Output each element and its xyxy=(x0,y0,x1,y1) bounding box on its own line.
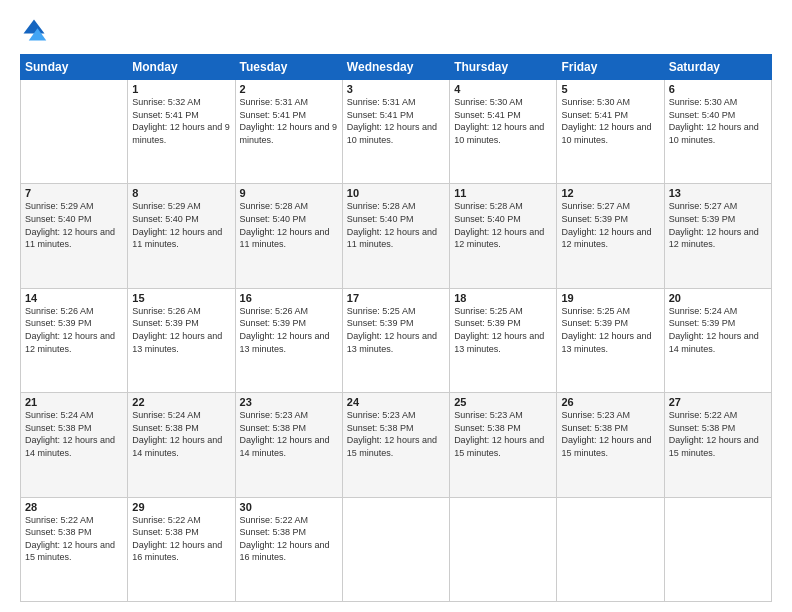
day-info: Sunrise: 5:22 AMSunset: 5:38 PMDaylight:… xyxy=(240,514,338,564)
day-info: Sunrise: 5:25 AMSunset: 5:39 PMDaylight:… xyxy=(561,305,659,355)
day-number: 4 xyxy=(454,83,552,95)
week-row-3: 14 Sunrise: 5:26 AMSunset: 5:39 PMDaylig… xyxy=(21,288,772,392)
column-header-friday: Friday xyxy=(557,55,664,80)
calendar-cell: 11 Sunrise: 5:28 AMSunset: 5:40 PMDaylig… xyxy=(450,184,557,288)
day-number: 5 xyxy=(561,83,659,95)
calendar-cell: 12 Sunrise: 5:27 AMSunset: 5:39 PMDaylig… xyxy=(557,184,664,288)
day-info: Sunrise: 5:26 AMSunset: 5:39 PMDaylight:… xyxy=(132,305,230,355)
day-number: 8 xyxy=(132,187,230,199)
calendar-cell: 6 Sunrise: 5:30 AMSunset: 5:40 PMDayligh… xyxy=(664,80,771,184)
day-info: Sunrise: 5:22 AMSunset: 5:38 PMDaylight:… xyxy=(132,514,230,564)
calendar-cell: 22 Sunrise: 5:24 AMSunset: 5:38 PMDaylig… xyxy=(128,393,235,497)
calendar-cell: 19 Sunrise: 5:25 AMSunset: 5:39 PMDaylig… xyxy=(557,288,664,392)
page: SundayMondayTuesdayWednesdayThursdayFrid… xyxy=(0,0,792,612)
day-info: Sunrise: 5:24 AMSunset: 5:38 PMDaylight:… xyxy=(132,409,230,459)
calendar-cell: 9 Sunrise: 5:28 AMSunset: 5:40 PMDayligh… xyxy=(235,184,342,288)
calendar-cell: 30 Sunrise: 5:22 AMSunset: 5:38 PMDaylig… xyxy=(235,497,342,601)
calendar-cell: 18 Sunrise: 5:25 AMSunset: 5:39 PMDaylig… xyxy=(450,288,557,392)
column-header-saturday: Saturday xyxy=(664,55,771,80)
day-info: Sunrise: 5:24 AMSunset: 5:39 PMDaylight:… xyxy=(669,305,767,355)
calendar-cell: 15 Sunrise: 5:26 AMSunset: 5:39 PMDaylig… xyxy=(128,288,235,392)
calendar-cell: 29 Sunrise: 5:22 AMSunset: 5:38 PMDaylig… xyxy=(128,497,235,601)
day-info: Sunrise: 5:24 AMSunset: 5:38 PMDaylight:… xyxy=(25,409,123,459)
day-number: 19 xyxy=(561,292,659,304)
calendar-cell: 13 Sunrise: 5:27 AMSunset: 5:39 PMDaylig… xyxy=(664,184,771,288)
day-info: Sunrise: 5:25 AMSunset: 5:39 PMDaylight:… xyxy=(454,305,552,355)
day-number: 22 xyxy=(132,396,230,408)
day-number: 24 xyxy=(347,396,445,408)
calendar-cell: 7 Sunrise: 5:29 AMSunset: 5:40 PMDayligh… xyxy=(21,184,128,288)
day-info: Sunrise: 5:27 AMSunset: 5:39 PMDaylight:… xyxy=(561,200,659,250)
day-number: 7 xyxy=(25,187,123,199)
calendar-cell: 26 Sunrise: 5:23 AMSunset: 5:38 PMDaylig… xyxy=(557,393,664,497)
day-number: 12 xyxy=(561,187,659,199)
calendar-cell: 14 Sunrise: 5:26 AMSunset: 5:39 PMDaylig… xyxy=(21,288,128,392)
day-number: 21 xyxy=(25,396,123,408)
day-number: 26 xyxy=(561,396,659,408)
column-header-tuesday: Tuesday xyxy=(235,55,342,80)
day-info: Sunrise: 5:30 AMSunset: 5:41 PMDaylight:… xyxy=(454,96,552,146)
day-number: 18 xyxy=(454,292,552,304)
day-number: 29 xyxy=(132,501,230,513)
calendar-cell xyxy=(342,497,449,601)
calendar-cell: 16 Sunrise: 5:26 AMSunset: 5:39 PMDaylig… xyxy=(235,288,342,392)
day-info: Sunrise: 5:30 AMSunset: 5:40 PMDaylight:… xyxy=(669,96,767,146)
day-number: 15 xyxy=(132,292,230,304)
week-row-2: 7 Sunrise: 5:29 AMSunset: 5:40 PMDayligh… xyxy=(21,184,772,288)
calendar-cell: 25 Sunrise: 5:23 AMSunset: 5:38 PMDaylig… xyxy=(450,393,557,497)
svg-marker-0 xyxy=(24,20,45,34)
day-number: 3 xyxy=(347,83,445,95)
column-header-sunday: Sunday xyxy=(21,55,128,80)
day-info: Sunrise: 5:31 AMSunset: 5:41 PMDaylight:… xyxy=(240,96,338,146)
day-number: 11 xyxy=(454,187,552,199)
day-info: Sunrise: 5:28 AMSunset: 5:40 PMDaylight:… xyxy=(240,200,338,250)
day-info: Sunrise: 5:22 AMSunset: 5:38 PMDaylight:… xyxy=(25,514,123,564)
calendar-cell xyxy=(21,80,128,184)
calendar-cell: 24 Sunrise: 5:23 AMSunset: 5:38 PMDaylig… xyxy=(342,393,449,497)
day-number: 2 xyxy=(240,83,338,95)
day-info: Sunrise: 5:25 AMSunset: 5:39 PMDaylight:… xyxy=(347,305,445,355)
day-info: Sunrise: 5:22 AMSunset: 5:38 PMDaylight:… xyxy=(669,409,767,459)
day-number: 17 xyxy=(347,292,445,304)
calendar-cell xyxy=(450,497,557,601)
day-number: 25 xyxy=(454,396,552,408)
day-info: Sunrise: 5:23 AMSunset: 5:38 PMDaylight:… xyxy=(561,409,659,459)
day-number: 23 xyxy=(240,396,338,408)
column-header-thursday: Thursday xyxy=(450,55,557,80)
calendar-cell xyxy=(557,497,664,601)
day-number: 9 xyxy=(240,187,338,199)
calendar-cell: 21 Sunrise: 5:24 AMSunset: 5:38 PMDaylig… xyxy=(21,393,128,497)
calendar-cell: 3 Sunrise: 5:31 AMSunset: 5:41 PMDayligh… xyxy=(342,80,449,184)
day-info: Sunrise: 5:29 AMSunset: 5:40 PMDaylight:… xyxy=(132,200,230,250)
day-info: Sunrise: 5:32 AMSunset: 5:41 PMDaylight:… xyxy=(132,96,230,146)
calendar-cell: 20 Sunrise: 5:24 AMSunset: 5:39 PMDaylig… xyxy=(664,288,771,392)
week-row-5: 28 Sunrise: 5:22 AMSunset: 5:38 PMDaylig… xyxy=(21,497,772,601)
logo xyxy=(20,16,52,44)
day-info: Sunrise: 5:23 AMSunset: 5:38 PMDaylight:… xyxy=(454,409,552,459)
calendar-cell: 4 Sunrise: 5:30 AMSunset: 5:41 PMDayligh… xyxy=(450,80,557,184)
day-number: 10 xyxy=(347,187,445,199)
logo-icon xyxy=(20,16,48,44)
day-number: 20 xyxy=(669,292,767,304)
day-info: Sunrise: 5:29 AMSunset: 5:40 PMDaylight:… xyxy=(25,200,123,250)
calendar-cell xyxy=(664,497,771,601)
calendar-cell: 10 Sunrise: 5:28 AMSunset: 5:40 PMDaylig… xyxy=(342,184,449,288)
column-header-wednesday: Wednesday xyxy=(342,55,449,80)
day-number: 14 xyxy=(25,292,123,304)
day-info: Sunrise: 5:31 AMSunset: 5:41 PMDaylight:… xyxy=(347,96,445,146)
calendar-cell: 23 Sunrise: 5:23 AMSunset: 5:38 PMDaylig… xyxy=(235,393,342,497)
day-number: 28 xyxy=(25,501,123,513)
calendar-table: SundayMondayTuesdayWednesdayThursdayFrid… xyxy=(20,54,772,602)
calendar-cell: 5 Sunrise: 5:30 AMSunset: 5:41 PMDayligh… xyxy=(557,80,664,184)
day-number: 30 xyxy=(240,501,338,513)
calendar-cell: 1 Sunrise: 5:32 AMSunset: 5:41 PMDayligh… xyxy=(128,80,235,184)
day-info: Sunrise: 5:30 AMSunset: 5:41 PMDaylight:… xyxy=(561,96,659,146)
calendar-cell: 17 Sunrise: 5:25 AMSunset: 5:39 PMDaylig… xyxy=(342,288,449,392)
day-info: Sunrise: 5:28 AMSunset: 5:40 PMDaylight:… xyxy=(347,200,445,250)
week-row-1: 1 Sunrise: 5:32 AMSunset: 5:41 PMDayligh… xyxy=(21,80,772,184)
column-header-monday: Monday xyxy=(128,55,235,80)
calendar-cell: 28 Sunrise: 5:22 AMSunset: 5:38 PMDaylig… xyxy=(21,497,128,601)
calendar-cell: 2 Sunrise: 5:31 AMSunset: 5:41 PMDayligh… xyxy=(235,80,342,184)
day-number: 1 xyxy=(132,83,230,95)
day-info: Sunrise: 5:26 AMSunset: 5:39 PMDaylight:… xyxy=(25,305,123,355)
